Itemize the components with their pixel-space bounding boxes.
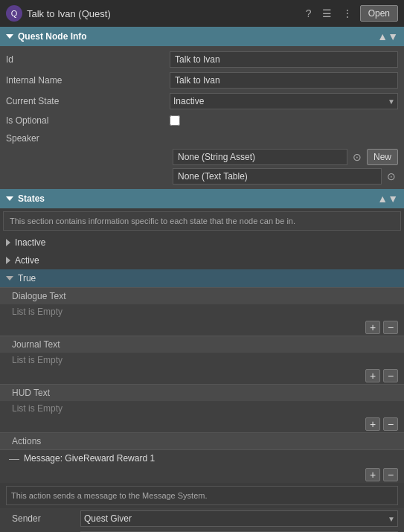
journal-remove-button[interactable]: − [383,369,398,382]
target-row: Target Any Player ▼ [0,529,404,532]
states-info-text: This section contains information specif… [3,211,401,231]
window-title: Talk to Ivan (Quest) [27,8,111,19]
current-state-select-wrapper: Inactive Active True ▼ [170,93,398,109]
dialogue-add-button[interactable]: + [365,321,380,334]
is-optional-row: Is Optional [0,112,404,129]
action-give-reward[interactable]: — Message: GiveReward Reward 1 [0,449,404,467]
text-table-circle-button[interactable]: ⊙ [385,170,398,183]
actions-remove-button[interactable]: − [383,468,398,481]
dialogue-list-empty: List is Empty [0,304,404,319]
collapse-icon [6,34,13,39]
hud-list-empty: List is Empty [0,401,404,416]
quest-node-info-header[interactable]: Quest Node Info ▲▼ [0,27,404,46]
states-section: This section contains information specif… [0,211,404,532]
states-collapse-icon [6,196,13,201]
open-button[interactable]: Open [360,5,398,22]
inactive-expand-icon [6,239,10,246]
is-optional-checkbox[interactable] [170,115,180,126]
dialogue-plus-minus-row: + − [0,319,404,336]
hud-remove-button[interactable]: − [383,417,398,431]
help-button[interactable]: ? [303,6,315,21]
current-state-label: Current State [6,96,170,106]
sender-select[interactable]: Quest Giver Player [80,510,398,527]
id-row: Id [0,49,404,70]
active-expand-icon [6,257,10,264]
quest-node-info-header-left: Quest Node Info [6,31,87,42]
states-section-header[interactable]: States ▲▼ [0,189,404,208]
hud-plus-minus-row: + − [0,416,404,432]
string-asset-circle-button[interactable]: ⊙ [350,150,364,164]
sender-label: Sender [6,513,80,524]
states-section-arrows: ▲▼ [377,193,398,205]
action-give-reward-label: Message: GiveReward Reward 1 [24,453,155,464]
id-input[interactable] [170,51,398,68]
states-title: States [18,193,45,204]
actions-plus-minus-row: + − [0,467,404,483]
inactive-label: Inactive [15,237,45,248]
text-table-row: ⊙ [0,167,404,186]
top-bar: Q Talk to Ivan (Quest) ? ☰ ⋮ Open [0,0,404,27]
string-asset-input[interactable] [173,149,347,165]
id-label: Id [6,54,170,65]
actions-header: Actions [0,432,404,449]
string-asset-new-button[interactable]: New [367,149,398,165]
sender-select-wrapper: Quest Giver Player ▼ [80,510,398,527]
dialogue-remove-button[interactable]: − [383,321,398,334]
current-state-select[interactable]: Inactive Active True [170,93,398,109]
settings-button[interactable]: ☰ [319,6,335,21]
true-label: True [18,273,36,283]
action-info-box: This action sends a message to the Messa… [6,486,398,505]
quest-node-info-form: Id Internal Name Current State Inactive … [0,46,404,189]
hud-text-header: HUD Text [0,384,404,401]
app-icon: Q [6,5,22,22]
state-item-active[interactable]: Active [0,251,404,269]
actions-add-button[interactable]: + [365,468,380,481]
state-item-true[interactable]: True [0,269,404,287]
sender-row: Sender Quest Giver Player ▼ [0,508,404,529]
string-asset-row: ⊙ New [0,147,404,167]
quest-node-info-title: Quest Node Info [18,31,87,42]
section-arrows: ▲▼ [377,31,398,42]
internal-name-input[interactable] [170,72,398,89]
menu-button[interactable]: ⋮ [339,6,356,21]
journal-text-header: Journal Text [0,336,404,353]
dialogue-text-header: Dialogue Text [0,287,404,304]
hud-add-button[interactable]: + [365,417,380,431]
journal-list-empty: List is Empty [0,353,404,368]
journal-add-button[interactable]: + [365,369,380,382]
action-info-text: This action sends a message to the Messa… [11,491,208,500]
true-collapse-icon [6,276,13,281]
is-optional-label: Is Optional [6,115,170,126]
states-header-left: States [6,193,45,204]
true-state-content: Dialogue Text List is Empty + − Journal … [0,287,404,532]
internal-name-label: Internal Name [6,75,170,86]
active-label: Active [15,255,39,266]
speaker-row: Speaker [0,129,404,147]
state-item-inactive[interactable]: Inactive [0,234,404,251]
speaker-label: Speaker [6,133,170,144]
top-bar-left: Q Talk to Ivan (Quest) [6,5,111,22]
action-dash-icon: — [9,452,19,464]
journal-plus-minus-row: + − [0,368,404,384]
text-table-input[interactable] [173,168,382,185]
top-bar-right: ? ☰ ⋮ Open [303,5,398,22]
internal-name-row: Internal Name [0,70,404,91]
current-state-row: Current State Inactive Active True ▼ [0,91,404,112]
